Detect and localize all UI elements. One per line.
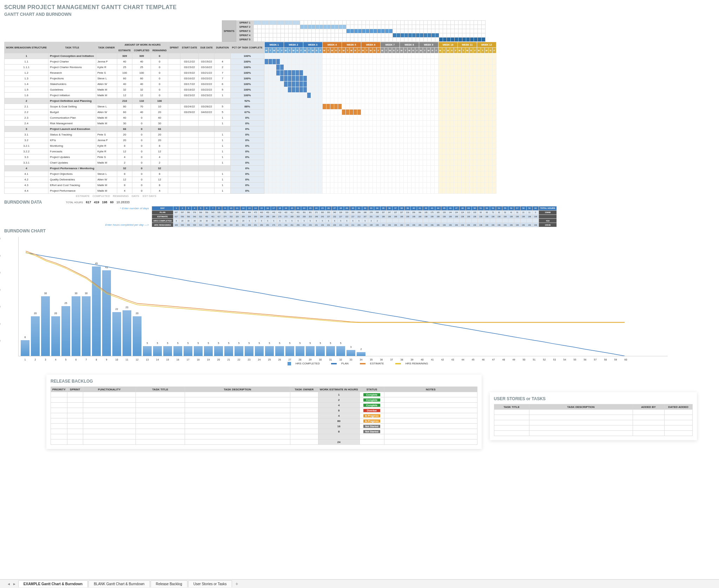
task-cell[interactable]: 0 <box>132 188 151 194</box>
task-cell[interactable]: 4 <box>117 154 132 160</box>
task-cell[interactable]: 4 <box>151 154 168 160</box>
task-cell[interactable]: Project Conception and Initiation <box>48 53 96 59</box>
task-cell[interactable] <box>168 171 180 177</box>
task-cell[interactable]: 2.4 <box>5 121 48 126</box>
task-cell[interactable] <box>168 81 180 87</box>
task-cell[interactable] <box>168 154 180 160</box>
task-cell[interactable] <box>96 166 117 171</box>
task-cell[interactable]: Project Charter <box>48 59 96 65</box>
task-cell[interactable] <box>199 177 215 183</box>
task-cell[interactable] <box>168 104 180 110</box>
task-cell[interactable] <box>168 121 180 126</box>
task-cell[interactable]: 12 <box>151 177 168 183</box>
task-cell[interactable]: Malik M <box>96 93 117 98</box>
task-cell[interactable]: 210 <box>117 98 132 104</box>
task-cell[interactable] <box>180 171 199 177</box>
task-cell[interactable]: Jenna P <box>96 138 117 143</box>
task-cell[interactable]: 12 <box>117 93 132 98</box>
task-cell[interactable]: 2 <box>151 160 168 166</box>
task-cell[interactable]: 20 <box>117 132 132 138</box>
task-cell[interactable]: 0 <box>132 126 151 132</box>
task-cell[interactable]: 1 <box>215 93 230 98</box>
task-cell[interactable]: 03/12/22 <box>180 59 199 65</box>
task-cell[interactable] <box>168 132 180 138</box>
task-cell[interactable]: 4.1 <box>5 171 48 177</box>
task-cell[interactable]: Allen W <box>96 177 117 183</box>
task-cell[interactable]: 03/29/22 <box>180 110 199 115</box>
task-cell[interactable]: 1 <box>215 188 230 194</box>
task-cell[interactable] <box>168 177 180 183</box>
task-cell[interactable]: Malik M <box>96 87 117 93</box>
task-cell[interactable]: 4 <box>117 188 132 194</box>
task-cell[interactable]: 1 <box>215 115 230 121</box>
task-cell[interactable] <box>199 183 215 188</box>
task-cell[interactable] <box>215 53 230 59</box>
task-cell[interactable] <box>168 188 180 194</box>
backlog-row[interactable] <box>51 434 477 440</box>
task-cell[interactable]: 30 <box>117 121 132 126</box>
story-row[interactable] <box>494 420 692 425</box>
task-cell[interactable]: 0 <box>151 53 168 59</box>
task-cell[interactable] <box>199 149 215 154</box>
task-cell[interactable]: Allen W <box>96 110 117 115</box>
task-cell[interactable]: 3.3.1 <box>5 160 48 166</box>
task-cell[interactable]: 8 <box>151 143 168 149</box>
task-cell[interactable] <box>180 183 199 188</box>
task-cell[interactable]: 0 <box>151 76 168 81</box>
task-cell[interactable] <box>168 160 180 166</box>
task-cell[interactable]: 0 <box>151 65 168 70</box>
task-cell[interactable] <box>199 121 215 126</box>
task-cell[interactable]: 0 <box>132 138 151 143</box>
task-cell[interactable]: 03/24/22 <box>180 104 199 110</box>
task-cell[interactable]: 20 <box>151 110 168 115</box>
task-cell[interactable]: 0 <box>151 70 168 76</box>
task-cell[interactable]: 0 <box>132 160 151 166</box>
task-cell[interactable] <box>199 143 215 149</box>
task-cell[interactable]: 03/18/22 <box>180 87 199 93</box>
task-cell[interactable]: Malik M <box>96 121 117 126</box>
task-cell[interactable]: Project Initiation <box>48 93 96 98</box>
task-cell[interactable]: Allen W <box>96 81 117 87</box>
task-cell[interactable]: 1 <box>215 143 230 149</box>
task-cell[interactable] <box>168 143 180 149</box>
task-cell[interactable]: Status & Tracking <box>48 132 96 138</box>
backlog-row[interactable]: 4In Progress <box>51 413 477 418</box>
task-cell[interactable] <box>199 171 215 177</box>
task-cell[interactable]: 3 <box>5 126 48 132</box>
task-cell[interactable]: 2 <box>117 160 132 166</box>
task-cell[interactable]: 1.1.1 <box>5 65 48 70</box>
task-cell[interactable]: 0 <box>132 183 151 188</box>
task-cell[interactable] <box>168 70 180 76</box>
task-cell[interactable] <box>168 93 180 98</box>
task-cell[interactable]: 1 <box>215 160 230 166</box>
task-cell[interactable]: 2.3 <box>5 115 48 121</box>
task-cell[interactable]: 1 <box>215 177 230 183</box>
task-cell[interactable]: 03/28/22 <box>199 104 215 110</box>
task-cell[interactable]: 0 <box>151 93 168 98</box>
task-cell[interactable]: 20 <box>151 138 168 143</box>
task-cell[interactable]: 0 <box>132 115 151 121</box>
task-cell[interactable] <box>96 53 117 59</box>
task-cell[interactable]: 8 <box>117 183 132 188</box>
task-cell[interactable]: 3.1 <box>5 132 48 138</box>
task-cell[interactable]: 03/15/22 <box>180 65 199 70</box>
task-cell[interactable]: 2 <box>215 65 230 70</box>
task-cell[interactable]: Project Objectives <box>48 171 96 177</box>
task-cell[interactable] <box>199 132 215 138</box>
task-cell[interactable]: 110 <box>132 98 151 104</box>
task-cell[interactable]: 1 <box>215 183 230 188</box>
task-cell[interactable]: 20 <box>151 132 168 138</box>
task-cell[interactable] <box>199 98 215 104</box>
task-cell[interactable]: 03/15/22 <box>199 59 215 65</box>
task-cell[interactable] <box>199 166 215 171</box>
task-cell[interactable] <box>180 188 199 194</box>
task-cell[interactable]: 0 <box>132 154 151 160</box>
task-cell[interactable]: 40 <box>151 115 168 121</box>
task-cell[interactable]: Projections <box>48 76 96 81</box>
task-cell[interactable]: Kylie R <box>96 65 117 70</box>
task-cell[interactable]: 40 <box>132 81 151 87</box>
task-cell[interactable]: 0 <box>132 177 151 183</box>
task-cell[interactable]: 03/22/22 <box>199 76 215 81</box>
task-cell[interactable]: 4.2 <box>5 177 48 183</box>
task-cell[interactable]: 12 <box>117 149 132 154</box>
